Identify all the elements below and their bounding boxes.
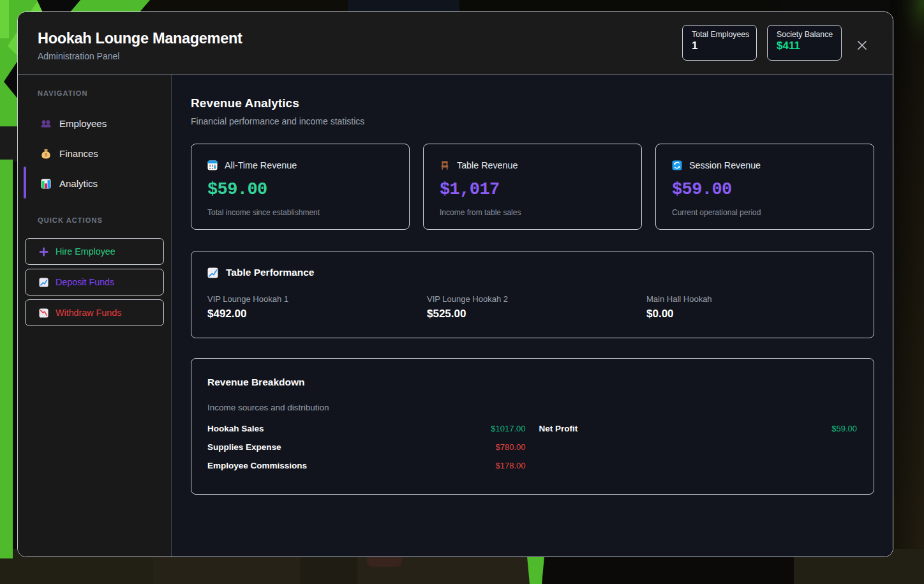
svg-text:$: $ xyxy=(45,152,48,158)
